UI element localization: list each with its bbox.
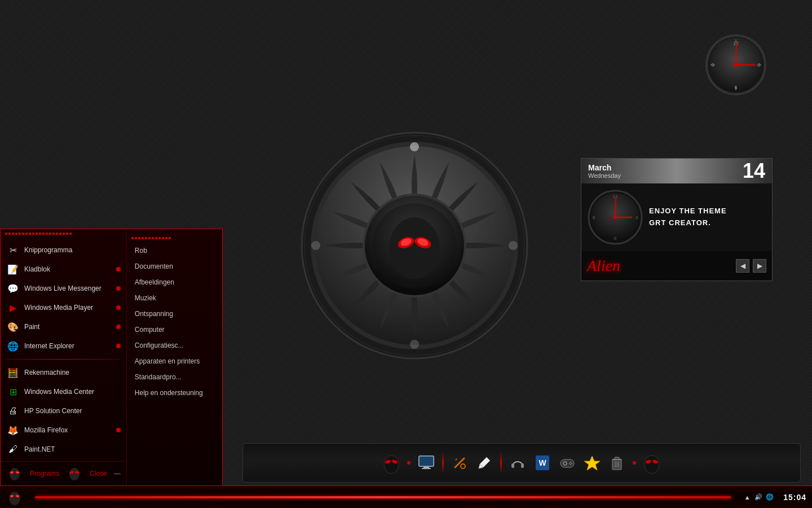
desktop: 12 6 9 3 March Wednesday 14	[0, 0, 812, 508]
alien-logo-center	[226, 56, 603, 435]
svg-marker-62	[584, 456, 600, 470]
pin-indicator	[116, 286, 121, 291]
calendar-next-button[interactable]: ▶	[753, 259, 766, 273]
dock-separator-1	[442, 452, 444, 474]
calculator-icon: 🧮	[6, 366, 20, 379]
start-button[interactable]	[5, 487, 25, 507]
dock-separator-2	[500, 452, 502, 474]
menu-item-calculator[interactable]: 🧮 Rekenmachine	[1, 363, 126, 382]
alien-footer-logo2	[66, 465, 83, 482]
dock-icon-pen[interactable]	[473, 452, 496, 474]
tray-arrow-icon[interactable]: ▲	[743, 493, 752, 502]
kladblok-icon: 📝	[6, 262, 20, 276]
calendar-day-name: Wednesday	[588, 172, 621, 179]
right-menu-list: Rob Documenten Afbeeldingen Muziek Ontsp…	[127, 243, 222, 401]
close-button[interactable]: Close	[90, 470, 107, 478]
dock-icon-star[interactable]	[581, 452, 603, 474]
decorative-dots-right	[131, 237, 199, 239]
menu-item-label: Rekenmachine	[24, 369, 69, 376]
svg-point-60	[570, 464, 571, 465]
menu-item-media-center[interactable]: ⊞ Windows Media Center	[1, 382, 126, 401]
messenger-icon: 💬	[6, 282, 20, 295]
menu-item-label: Paint	[24, 323, 39, 331]
menu-divider	[6, 359, 121, 360]
media-player-icon: ▶	[6, 301, 20, 314]
svg-point-59	[570, 462, 571, 463]
tray-speaker-icon[interactable]: 🔊	[754, 493, 763, 502]
right-menu-ontspanning[interactable]: Ontspanning	[127, 306, 222, 322]
menu-item-label: Windows Media Player	[24, 304, 93, 312]
menu-item-paintnet[interactable]: 🖌 Paint.NET	[1, 440, 126, 459]
taskbar-time: 15:04	[779, 493, 806, 502]
menu-item-kladblok[interactable]: 📝 Kladblok	[1, 260, 126, 279]
taskbar-left	[0, 487, 29, 507]
svg-point-69	[645, 456, 659, 474]
menu-item-media-player[interactable]: ▶ Windows Media Player	[1, 298, 126, 317]
alien-footer-logo	[6, 465, 23, 482]
right-menu-computer[interactable]: Computer	[127, 322, 222, 338]
svg-point-51	[461, 464, 465, 468]
menu-item-ie[interactable]: 🌐 Internet Explorer	[1, 336, 126, 356]
svg-line-34	[615, 198, 616, 217]
firefox-icon: 🦊	[6, 423, 20, 437]
dock-icon-word[interactable]: W	[531, 452, 554, 474]
dock-alien-left	[380, 449, 403, 477]
menu-item-messenger[interactable]: 💬 Windows Live Messenger	[1, 279, 126, 298]
right-panel-header	[127, 234, 222, 243]
dock-bar: W	[242, 443, 801, 483]
svg-point-61	[571, 463, 572, 464]
dock-icon-trash[interactable]	[606, 452, 628, 474]
dock-indicator-left	[407, 461, 411, 465]
menu-item-paint[interactable]: 🎨 Paint	[1, 317, 126, 336]
menu-item-hp[interactable]: 🖨 HP Solution Center	[1, 401, 126, 421]
right-menu-apparaten[interactable]: Apparaten en printers	[127, 353, 222, 369]
start-menu-header	[1, 229, 126, 238]
hp-icon: 🖨	[6, 404, 20, 418]
svg-text:9: 9	[593, 215, 595, 220]
start-menu: ✂ Knipprogramma 📝 Kladblok 💬 Windows Liv…	[0, 229, 223, 485]
svg-point-41	[69, 468, 80, 480]
right-menu-help[interactable]: Help en ondersteuning	[127, 385, 222, 401]
right-menu-documenten[interactable]: Documenten	[127, 259, 222, 274]
dock-icon-headphones[interactable]	[506, 452, 529, 474]
menu-item-label: Paint.NET	[24, 445, 55, 453]
menu-item-label: Kladblok	[24, 265, 50, 273]
svg-point-4	[389, 217, 440, 279]
tray-network-icon[interactable]: 🌐	[765, 493, 774, 502]
taskbar-progress-bar	[35, 496, 731, 498]
svg-text:6: 6	[614, 236, 617, 241]
right-menu-config[interactable]: Configuratiesc...	[127, 338, 222, 353]
svg-rect-65	[615, 457, 619, 459]
calendar-prev-button[interactable]: ◀	[736, 259, 749, 273]
paint-icon: 🎨	[6, 320, 20, 334]
dock-icon-tools[interactable]	[448, 452, 471, 474]
calendar-body: 12 6 9 3 ENJOY THE THEME GRT CREATOR.	[581, 183, 772, 251]
svg-point-72	[9, 492, 20, 505]
svg-text:6: 6	[734, 85, 737, 90]
svg-rect-53	[521, 463, 524, 468]
media-center-icon: ⊞	[6, 385, 20, 398]
svg-text:3: 3	[757, 62, 760, 68]
svg-text:9: 9	[711, 62, 714, 68]
dock-icon-monitor[interactable]	[415, 452, 438, 474]
menu-item-knipprogramma[interactable]: ✂ Knipprogramma	[1, 240, 126, 260]
svg-point-58	[569, 463, 570, 464]
theme-text-line1: ENJOY THE THEME	[649, 205, 766, 217]
svg-rect-52	[511, 463, 514, 468]
dock-indicator-right	[633, 461, 636, 465]
svg-text:W: W	[539, 458, 546, 467]
right-menu-afbeeldingen[interactable]: Afbeeldingen	[127, 274, 222, 290]
menu-item-label: Internet Explorer	[24, 342, 74, 350]
taskbar: ▲ 🔊 🌐 15:04	[0, 485, 812, 508]
pin-indicator	[116, 344, 121, 348]
right-menu-rob[interactable]: Rob	[127, 243, 222, 259]
menu-item-firefox[interactable]: 🦊 Mozilla Firefox	[1, 421, 126, 440]
dock-icon-gamepad[interactable]	[556, 452, 579, 474]
right-menu-muziek[interactable]: Muziek	[127, 290, 222, 306]
right-menu-standaard[interactable]: Standaardpro...	[127, 369, 222, 385]
clock-widget: 12 6 9 3	[705, 34, 767, 96]
programs-button[interactable]: Programs	[30, 470, 59, 478]
decorative-dots	[5, 233, 73, 235]
calendar-month: March	[588, 163, 621, 172]
clock-svg: 12 6 9 3	[705, 34, 767, 96]
